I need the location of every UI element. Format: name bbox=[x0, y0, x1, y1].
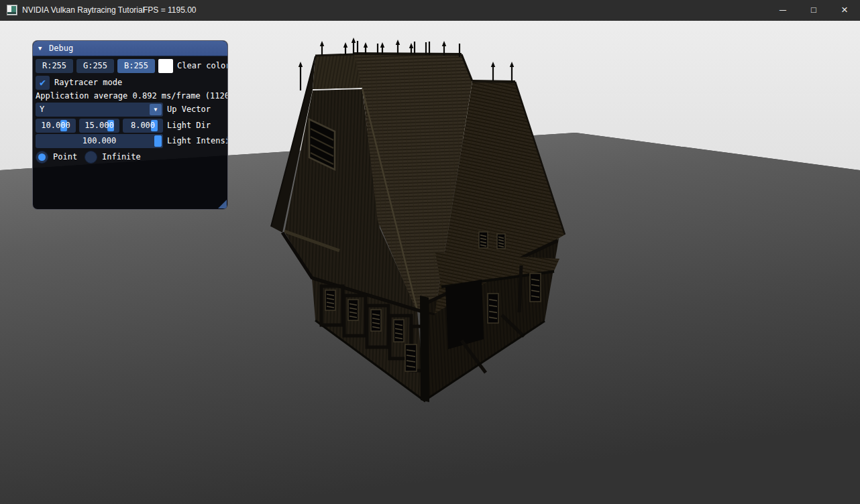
application-window: NVIDIA Vulkan Raytracing Tutorial FPS = … bbox=[0, 0, 860, 504]
chevron-down-icon[interactable]: ▼ bbox=[150, 104, 162, 115]
point-radio-label: Point bbox=[53, 150, 77, 164]
up-vector-row: Y ▼ Up Vector bbox=[33, 103, 228, 117]
point-radio[interactable] bbox=[36, 151, 48, 164]
up-vector-value: Y bbox=[40, 103, 44, 117]
clear-color-row: R:255 G:255 B:255 Clear color bbox=[33, 59, 228, 73]
window-title: NVIDIA Vulkan Raytracing Tutorial bbox=[22, 0, 144, 21]
raytracer-mode-row: ✔ Raytracer mode bbox=[33, 76, 228, 90]
minimize-icon: ─ bbox=[780, 5, 786, 15]
app-icon bbox=[7, 5, 17, 15]
clear-color-swatch[interactable] bbox=[158, 59, 173, 73]
light-dir-x-drag[interactable]: 10.000 bbox=[36, 119, 76, 133]
light-dir-z-drag[interactable]: 8.000 bbox=[123, 119, 163, 133]
light-intensity-slider[interactable]: 100.000 bbox=[36, 134, 163, 148]
light-intensity-row: 100.000 Light Intensity bbox=[33, 134, 228, 148]
debug-panel-title: Debug bbox=[49, 41, 73, 56]
close-button[interactable]: × bbox=[829, 0, 860, 21]
green-value-button[interactable]: G:255 bbox=[76, 59, 114, 73]
up-vector-combo[interactable]: Y ▼ bbox=[36, 103, 163, 117]
up-vector-label: Up Vector bbox=[167, 103, 211, 117]
checkmark-icon: ✔ bbox=[40, 76, 46, 88]
titlebar[interactable]: NVIDIA Vulkan Raytracing Tutorial FPS = … bbox=[0, 0, 860, 21]
radio-dot bbox=[38, 153, 46, 161]
light-dir-label: Light Dir bbox=[167, 119, 211, 133]
raytracer-mode-label: Raytracer mode bbox=[54, 76, 122, 90]
debug-panel[interactable]: ▼ Debug R:255 G:255 B:255 Clear color ✔ … bbox=[32, 40, 228, 210]
red-value-button[interactable]: R:255 bbox=[36, 59, 73, 73]
fps-counter: FPS = 1195.00 bbox=[143, 0, 197, 21]
light-dir-y-drag[interactable]: 15.000 bbox=[79, 119, 119, 133]
blue-value-button[interactable]: B:255 bbox=[117, 59, 155, 73]
infinite-radio-label: Infinite bbox=[102, 150, 141, 164]
light-dir-y-value: 15.000 bbox=[79, 119, 119, 133]
light-intensity-label: Light Intensity bbox=[167, 134, 228, 148]
light-intensity-value: 100.000 bbox=[36, 134, 163, 148]
minimize-button[interactable]: ─ bbox=[767, 0, 798, 21]
maximize-icon: □ bbox=[811, 5, 816, 15]
resize-grip[interactable] bbox=[218, 200, 227, 208]
light-dir-row: 10.000 15.000 8.000 Light Dir bbox=[33, 119, 228, 133]
infinite-radio[interactable] bbox=[85, 151, 97, 164]
maximize-button[interactable]: □ bbox=[798, 0, 829, 21]
collapse-arrow-icon[interactable]: ▼ bbox=[38, 41, 42, 56]
close-icon: × bbox=[841, 3, 848, 16]
frame-stats-text: Application average 0.892 ms/frame (1120 bbox=[36, 90, 228, 101]
light-dir-x-value: 10.000 bbox=[36, 119, 76, 133]
debug-panel-titlebar[interactable]: ▼ Debug bbox=[33, 41, 227, 56]
light-dir-z-value: 8.000 bbox=[123, 119, 163, 133]
stats-row: Application average 0.892 ms/frame (1120 bbox=[33, 90, 228, 101]
clear-color-label: Clear color bbox=[177, 59, 228, 73]
raytracer-mode-checkbox[interactable]: ✔ bbox=[36, 76, 50, 90]
light-type-row: Point Infinite bbox=[33, 150, 228, 164]
